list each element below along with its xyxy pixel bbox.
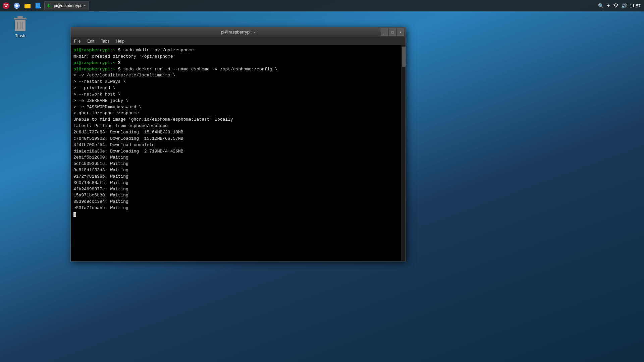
svg-point-1	[4, 4, 6, 5]
file-manager-button[interactable]	[23, 1, 32, 10]
terminal-taskbar-icon: $_	[47, 3, 52, 8]
terminal-taskbar-label: pi@raspberrypi: ~	[54, 3, 86, 8]
terminal-title: pi@raspberrypi: ~	[221, 29, 255, 35]
menu-tabs[interactable]: Tabs	[99, 38, 111, 44]
svg-rect-14	[36, 3, 40, 8]
desktop: $_ pi@raspberrypi: ~ 🔍 ✦ 🔊 11:57	[0, 0, 644, 362]
trash-label: Trash	[15, 34, 25, 38]
svg-point-2	[7, 4, 8, 5]
maximize-button[interactable]: □	[389, 28, 396, 36]
terminal-titlebar: pi@raspberrypi: ~ _ □ ×	[71, 27, 406, 37]
menu-file[interactable]: File	[72, 38, 83, 44]
titlebar-buttons: _ □ ×	[381, 28, 404, 36]
svg-rect-24	[17, 16, 23, 18]
volume-icon[interactable]: 🔊	[621, 3, 627, 8]
trash-icon	[12, 15, 28, 32]
text-editor-button[interactable]	[34, 1, 43, 10]
clock: 11:57	[630, 3, 641, 8]
close-button[interactable]: ×	[397, 28, 404, 36]
taskbar-left: $_ pi@raspberrypi: ~	[0, 1, 89, 10]
search-icon[interactable]: 🔍	[598, 3, 604, 8]
taskbar-right: 🔍 ✦ 🔊 11:57	[598, 3, 644, 9]
terminal-scrollbar[interactable]	[401, 45, 406, 261]
web-browser-button[interactable]	[12, 1, 21, 10]
svg-point-22	[615, 7, 616, 7]
terminal-taskbar-item[interactable]: $_ pi@raspberrypi: ~	[44, 1, 89, 10]
menu-help[interactable]: Help	[114, 38, 126, 44]
raspberry-pi-menu-button[interactable]	[1, 1, 11, 10]
trash-desktop-icon[interactable]: Trash	[7, 13, 34, 40]
terminal-content[interactable]: pi@raspberrypi:~ $ sudo mkdir -pv /opt/e…	[71, 45, 406, 261]
terminal-scrollbar-thumb[interactable]	[402, 47, 406, 67]
bluetooth-icon[interactable]: ✦	[606, 3, 610, 8]
terminal-menubar: File Edit Tabs Help	[71, 37, 406, 45]
terminal-output[interactable]: pi@raspberrypi:~ $ sudo mkdir -pv /opt/e…	[71, 45, 401, 261]
wifi-icon[interactable]	[613, 3, 619, 9]
taskbar: $_ pi@raspberrypi: ~ 🔍 ✦ 🔊 11:57	[0, 0, 644, 11]
minimize-button[interactable]: _	[381, 28, 388, 36]
terminal-window: pi@raspberrypi: ~ _ □ × File Edit Tabs H…	[70, 27, 406, 261]
menu-edit[interactable]: Edit	[85, 38, 96, 44]
